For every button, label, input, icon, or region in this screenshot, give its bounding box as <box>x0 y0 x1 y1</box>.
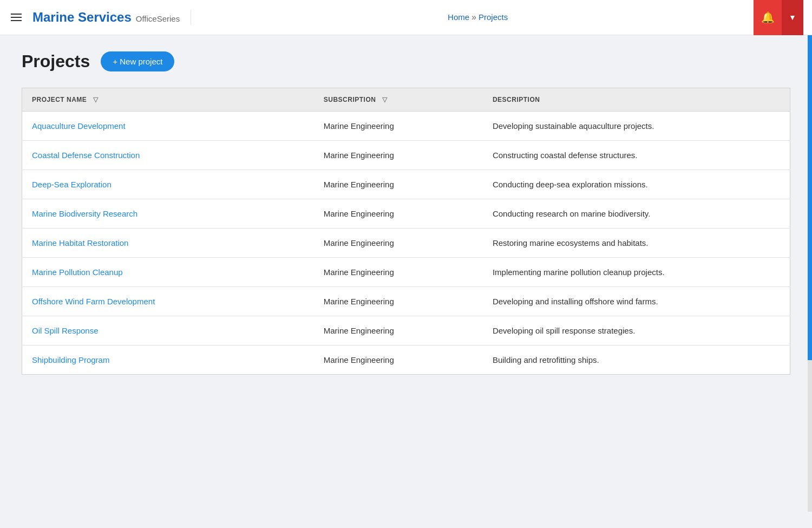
brand-suite: OfficeSeries <box>136 14 180 23</box>
subscription-cell: Marine Engineering <box>314 346 483 375</box>
menu-icon[interactable] <box>9 11 24 23</box>
subscription-cell: Marine Engineering <box>314 229 483 258</box>
subscription-cell: Marine Engineering <box>314 316 483 346</box>
table-row: Coastal Defense ConstructionMarine Engin… <box>22 141 790 170</box>
user-dropdown-button[interactable]: ▼ <box>782 0 803 35</box>
table-row: Deep-Sea ExplorationMarine EngineeringCo… <box>22 170 790 199</box>
description-cell: Constructing coastal defense structures. <box>483 141 790 170</box>
breadcrumb-separator: » <box>472 12 476 22</box>
project-name-link[interactable]: Coastal Defense Construction <box>32 151 140 160</box>
table-row: Offshore Wind Farm DevelopmentMarine Eng… <box>22 287 790 316</box>
subscription-cell: Marine Engineering <box>314 112 483 141</box>
app-header: Marine Services OfficeSeries Home » Proj… <box>0 0 812 35</box>
project-name-cell: Oil Spill Response <box>22 316 314 346</box>
project-name-cell: Marine Pollution Cleanup <box>22 258 314 287</box>
description-cell: Developing oil spill response strategies… <box>483 316 790 346</box>
description-cell: Conducting deep-sea exploration missions… <box>483 170 790 199</box>
home-link[interactable]: Home <box>448 12 469 22</box>
page-header: Projects + New project <box>22 51 790 71</box>
project-name-link[interactable]: Offshore Wind Farm Development <box>32 297 155 306</box>
project-name-cell: Deep-Sea Exploration <box>22 170 314 199</box>
project-name-link[interactable]: Marine Pollution Cleanup <box>32 268 123 277</box>
project-name-link[interactable]: Marine Habitat Restoration <box>32 238 128 247</box>
project-name-cell: Marine Habitat Restoration <box>22 229 314 258</box>
table-header: PROJECT NAME ▽ SUBSCRIPTION ▽ DESCRIPTIO… <box>22 88 790 112</box>
project-name-link[interactable]: Oil Spill Response <box>32 326 99 335</box>
table-header-row: PROJECT NAME ▽ SUBSCRIPTION ▽ DESCRIPTIO… <box>22 88 790 112</box>
description-cell: Developing sustainable aquaculture proje… <box>483 112 790 141</box>
subscription-cell: Marine Engineering <box>314 170 483 199</box>
description-cell: Implementing marine pollution cleanup pr… <box>483 258 790 287</box>
description-cell: Conducting research on marine biodiversi… <box>483 199 790 229</box>
column-header-description: DESCRIPTION <box>483 88 790 112</box>
brand: Marine Services OfficeSeries <box>32 10 191 25</box>
projects-table: PROJECT NAME ▽ SUBSCRIPTION ▽ DESCRIPTIO… <box>22 88 790 375</box>
project-name-cell: Coastal Defense Construction <box>22 141 314 170</box>
table-row: Marine Pollution CleanupMarine Engineeri… <box>22 258 790 287</box>
description-cell: Restoring marine ecosystems and habitats… <box>483 229 790 258</box>
project-name-cell: Offshore Wind Farm Development <box>22 287 314 316</box>
subscription-filter-icon[interactable]: ▽ <box>382 96 388 103</box>
subscription-cell: Marine Engineering <box>314 258 483 287</box>
column-header-subscription: SUBSCRIPTION ▽ <box>314 88 483 112</box>
name-filter-icon[interactable]: ▽ <box>93 96 99 103</box>
brand-name: Marine Services <box>32 10 132 25</box>
scrollbar-thumb[interactable] <box>808 35 812 360</box>
projects-link[interactable]: Projects <box>479 12 508 22</box>
project-name-link[interactable]: Shipbuilding Program <box>32 355 109 364</box>
project-name-link[interactable]: Deep-Sea Exploration <box>32 180 112 189</box>
scrollbar-track[interactable] <box>808 35 812 512</box>
project-name-cell: Aquaculture Development <box>22 112 314 141</box>
subscription-cell: Marine Engineering <box>314 141 483 170</box>
table-row: Marine Habitat RestorationMarine Enginee… <box>22 229 790 258</box>
project-name-cell: Shipbuilding Program <box>22 346 314 375</box>
project-name-cell: Marine Biodiversity Research <box>22 199 314 229</box>
table-row: Oil Spill ResponseMarine EngineeringDeve… <box>22 316 790 346</box>
main-content: Projects + New project PROJECT NAME ▽ SU… <box>0 35 812 391</box>
table-row: Shipbuilding ProgramMarine EngineeringBu… <box>22 346 790 375</box>
table-row: Marine Biodiversity ResearchMarine Engin… <box>22 199 790 229</box>
table-body: Aquaculture DevelopmentMarine Engineerin… <box>22 112 790 375</box>
notification-bell-button[interactable]: 🔔 <box>754 0 782 35</box>
new-project-button[interactable]: + New project <box>101 51 174 71</box>
header-actions: 🔔 ▼ <box>754 0 803 35</box>
table-row: Aquaculture DevelopmentMarine Engineerin… <box>22 112 790 141</box>
subscription-cell: Marine Engineering <box>314 199 483 229</box>
breadcrumb-nav: Home » Projects <box>202 12 754 22</box>
description-cell: Building and retrofitting ships. <box>483 346 790 375</box>
project-name-link[interactable]: Aquaculture Development <box>32 121 126 131</box>
page-title: Projects <box>22 51 90 71</box>
column-header-name: PROJECT NAME ▽ <box>22 88 314 112</box>
subscription-cell: Marine Engineering <box>314 287 483 316</box>
project-name-link[interactable]: Marine Biodiversity Research <box>32 209 137 218</box>
description-cell: Developing and installing offshore wind … <box>483 287 790 316</box>
